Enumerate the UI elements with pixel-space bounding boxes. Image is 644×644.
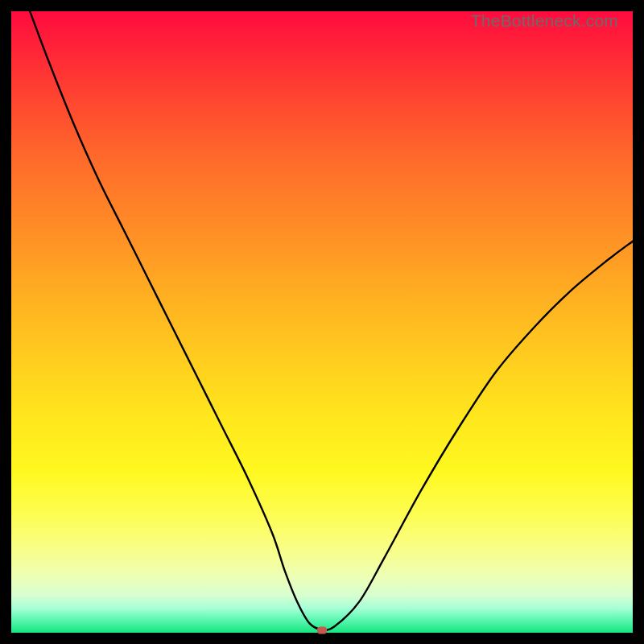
minimum-marker-icon xyxy=(317,626,327,634)
chart-plot-area: TheBottleneck.com xyxy=(11,11,633,633)
bottleneck-curve xyxy=(11,11,633,633)
chart-frame: TheBottleneck.com xyxy=(0,0,644,644)
